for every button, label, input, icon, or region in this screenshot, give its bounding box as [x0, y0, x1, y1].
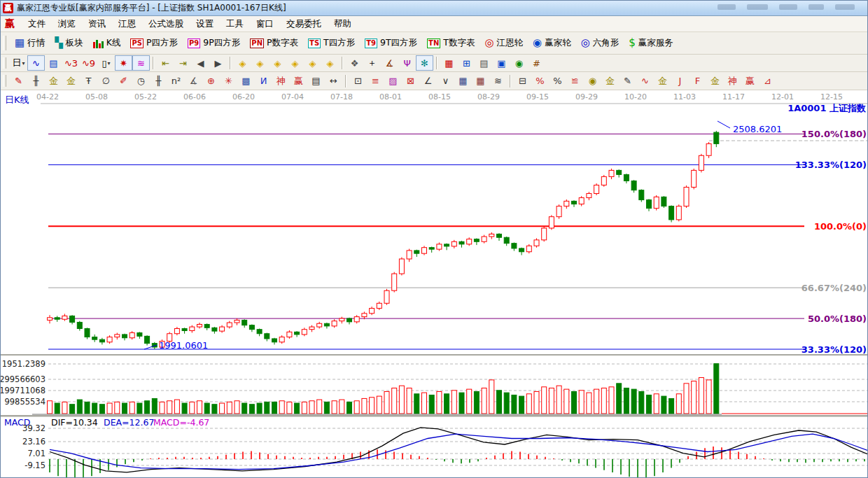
- menu-item-江恩[interactable]: 江恩: [112, 17, 142, 31]
- tool-button-shade-box-tool[interactable]: ▨: [384, 73, 402, 89]
- tool-button-jump-first[interactable]: ⇤: [157, 55, 174, 71]
- menu-item-交易委托[interactable]: 交易委托: [280, 17, 328, 31]
- tool-button-crosshair-tool[interactable]: ＋: [363, 55, 381, 71]
- tool-button-shen-angle-tool[interactable]: 神: [724, 73, 741, 89]
- toolbar-grip[interactable]: [3, 57, 6, 69]
- tool-button-box-x-tool[interactable]: ⊠: [402, 73, 419, 89]
- tool-button-diamond-expand-v[interactable]: ◈: [304, 55, 321, 71]
- tool-button-candle-style[interactable]: ▯▾: [97, 55, 115, 71]
- tool-button-fence-tool[interactable]: Ŧ: [80, 73, 97, 89]
- tool-button-draw-line-tool[interactable]: ✎: [619, 73, 636, 89]
- toolbar-button-kline[interactable]: K线: [88, 35, 126, 51]
- menu-item-设置[interactable]: 设置: [190, 17, 220, 31]
- tool-button-wave-9[interactable]: ∿9: [80, 55, 97, 71]
- tool-button-grid-box-tool[interactable]: ▩: [237, 73, 255, 89]
- toolbar-button-gann-wheel[interactable]: ◎江恩轮: [479, 35, 528, 51]
- tool-button-page-right[interactable]: ▶: [209, 55, 227, 71]
- toolbar-grip[interactable]: [3, 36, 6, 51]
- tool-button-save[interactable]: ▣: [493, 55, 510, 71]
- tool-button-hand-tool[interactable]: ❖: [346, 55, 363, 71]
- tool-button-parallel-lines-tool[interactable]: ≋: [489, 73, 507, 89]
- tool-button-ying-gann-tool[interactable]: 赢: [290, 73, 307, 89]
- tool-button-period-selector[interactable]: 日▾: [10, 55, 27, 71]
- tool-button-j-angle-tool[interactable]: J: [671, 73, 689, 89]
- tool-button-cycle-clock-tool[interactable]: ◷: [132, 73, 150, 89]
- tool-button-jump-last[interactable]: ⇥: [174, 55, 192, 71]
- tool-button-angle-measure-tool[interactable]: ∡: [185, 73, 202, 89]
- toolbar-button-9t-square[interactable]: T99T四方形: [360, 35, 422, 51]
- menu-item-窗口[interactable]: 窗口: [250, 17, 280, 31]
- toolbar-button-t-square[interactable]: TST四方形: [303, 35, 360, 51]
- tool-button-workstation[interactable]: #: [528, 55, 545, 71]
- tool-button-gann-tool[interactable]: Ψ: [398, 55, 416, 71]
- tool-button-shen-gann-tool[interactable]: 神: [272, 73, 290, 89]
- tool-button-wave-3[interactable]: ∿3: [62, 55, 80, 71]
- tool-button-calendar[interactable]: ▦: [440, 55, 458, 71]
- tool-button-diamond-expand-h[interactable]: ◈: [269, 55, 286, 71]
- tool-button-list-view[interactable]: ▤: [45, 55, 62, 71]
- tool-button-horizontal-extend-tool[interactable]: ↔: [325, 73, 342, 89]
- toolbar-button-9p-square[interactable]: P99P四方形: [183, 35, 245, 51]
- tool-button-trend-angle-tool[interactable]: ∠: [419, 73, 437, 89]
- toolbar-button-winner-service[interactable]: $赢家服务: [624, 35, 678, 51]
- tool-button-n-square-tool[interactable]: n²: [167, 73, 185, 89]
- tool-button-trend-wave[interactable]: ∿: [27, 55, 45, 71]
- toolbar-button-p-square[interactable]: PSP四方形: [125, 35, 183, 51]
- tool-button-diamond-left[interactable]: ◈: [234, 55, 251, 71]
- tool-button-pattern-stamp[interactable]: ✷: [115, 55, 132, 71]
- tool-button-notepad[interactable]: ▤: [475, 55, 493, 71]
- tool-button-gold-angle-tool[interactable]: 金: [706, 73, 724, 89]
- tool-button-spiral-tool[interactable]: ∅: [97, 73, 115, 89]
- tool-button-tick-ruler-tool-2[interactable]: ╫: [150, 73, 167, 89]
- toolbar-button-quotes[interactable]: ▦行情: [10, 35, 50, 51]
- tool-button-analysis-brain[interactable]: ✻: [416, 55, 433, 71]
- tool-button-angle-tool[interactable]: ∡: [381, 55, 398, 71]
- tool-button-diamond-compress-v[interactable]: ◈: [321, 55, 339, 71]
- tool-button-pencil-tool[interactable]: ✎: [10, 73, 27, 89]
- tool-button-check-wave-tool[interactable]: ∨: [437, 73, 454, 89]
- tool-button-wave-count-tool[interactable]: И: [255, 73, 272, 89]
- tool-button-circle-cross-tool[interactable]: ⊕: [202, 73, 220, 89]
- tool-button-diamond-right[interactable]: ◈: [251, 55, 269, 71]
- tool-button-delta-angle-tool[interactable]: ⊿: [759, 73, 776, 89]
- menu-item-文件[interactable]: 文件: [22, 17, 52, 31]
- tool-button-star-ray-tool[interactable]: ✳: [220, 73, 237, 89]
- tool-button-gold-section-tool[interactable]: 金: [45, 73, 62, 89]
- menu-item-帮助[interactable]: 帮助: [328, 17, 358, 31]
- tool-button-gold-section-tool-2[interactable]: 金: [62, 73, 80, 89]
- tool-button-f-angle-tool[interactable]: F: [689, 73, 706, 89]
- toolbar-grip[interactable]: [3, 75, 6, 87]
- tool-button-stats-table-tool[interactable]: ⊟: [514, 73, 531, 89]
- tool-button-network[interactable]: ◉: [510, 55, 528, 71]
- tool-button-gold-coin-tool[interactable]: ◉: [584, 73, 601, 89]
- chart-area[interactable]: 04-2205-0805-2206-0606-2007-0407-1808-01…: [1, 90, 868, 478]
- toolbar-button-t-table[interactable]: TNT数字表: [422, 35, 479, 51]
- menu-item-工具[interactable]: 工具: [220, 17, 250, 31]
- tool-button-fan-lines-tool[interactable]: ≡: [367, 73, 384, 89]
- tool-button-percent-retrace-tool[interactable]: %: [531, 73, 549, 89]
- tool-button-red-grid-tool[interactable]: ▦: [472, 73, 489, 89]
- menu-item-浏览[interactable]: 浏览: [52, 17, 82, 31]
- menu-item-公式选股[interactable]: 公式选股: [142, 17, 190, 31]
- tool-button-tick-ruler-tool[interactable]: ╫: [27, 73, 45, 89]
- menu-item-资讯[interactable]: 资讯: [82, 17, 112, 31]
- toolbar-button-sectors[interactable]: ▚板块: [50, 35, 88, 51]
- toolbar-button-hexagon[interactable]: ◎六角形: [576, 35, 624, 51]
- tool-button-wave-red-tool[interactable]: ∿: [636, 73, 654, 89]
- tool-button-percent-tool[interactable]: %: [549, 73, 566, 89]
- toolbar-button-winner-wheel[interactable]: ◉赢家轮: [528, 35, 576, 51]
- tool-button-volume-profile[interactable]: ≋: [132, 55, 150, 71]
- toolbar-button-p-table[interactable]: PNP数字表: [245, 35, 303, 51]
- tool-button-diamond-compress-h[interactable]: ◈: [286, 55, 304, 71]
- tool-button-ying-angle-tool[interactable]: 赢: [741, 73, 759, 89]
- tool-button-blue-grid-tool[interactable]: ▦: [454, 73, 472, 89]
- tool-button-page-left[interactable]: ◀: [192, 55, 209, 71]
- tool-button-gold-underline-tool[interactable]: 金: [654, 73, 671, 89]
- tool-button-ruler-123-tool[interactable]: ▤: [307, 73, 325, 89]
- tool-button-marker-tool[interactable]: ✐: [115, 73, 132, 89]
- tool-button-percent-channel-tool[interactable]: ≌: [566, 73, 584, 89]
- tool-button-gold-line-tool[interactable]: 金: [601, 73, 619, 89]
- tool-button-calculator[interactable]: ⊞: [458, 55, 475, 71]
- title-bar[interactable]: 赢 赢家江恩专业版[赢家内部服务平台] - [上证指数 SH1A0001-167…: [1, 1, 867, 16]
- tool-button-square-anchor-tool[interactable]: ⊡: [349, 73, 367, 89]
